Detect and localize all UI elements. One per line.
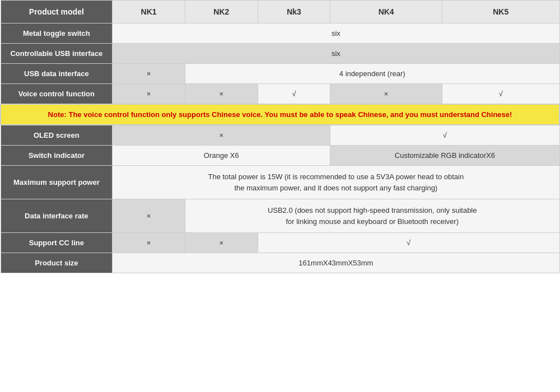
feature-label: Product size <box>1 253 113 273</box>
table-row: Data interface rate × USB2.0 (does not s… <box>1 199 559 233</box>
cell-value: USB2.0 (does not support high-speed tran… <box>185 199 559 233</box>
cell-value: six <box>113 24 559 44</box>
table-row: Voice control function × × √ × √ <box>1 84 559 105</box>
table-row: OLED screen × √ <box>1 125 559 146</box>
cell-nk1: × <box>113 84 185 105</box>
cell-nk1: × <box>113 233 185 253</box>
header-nk1: NK1 <box>113 1 185 24</box>
table-row: USB data interface × 4 independent (rear… <box>1 64 559 84</box>
table-row: Controllable USB interface six <box>1 44 559 64</box>
header-nk4: NK4 <box>330 1 442 24</box>
cell-nk4-5: Customizable RGB indicatorX6 <box>330 146 559 166</box>
cell-value: six <box>113 44 559 64</box>
cell-value: 4 independent (rear) <box>185 64 559 84</box>
feature-label: USB data interface <box>1 64 113 84</box>
cell-nk2: × <box>185 84 258 105</box>
comparison-table: Product model NK1 NK2 Nk3 NK4 NK5 Metal … <box>0 0 560 273</box>
table-row: Metal toggle switch six <box>1 24 559 44</box>
header-nk3: Nk3 <box>258 1 330 24</box>
feature-label: Support CC line <box>1 233 113 253</box>
note-text: Note: The voice control function only su… <box>1 104 559 125</box>
header-nk2: NK2 <box>185 1 258 24</box>
table-header-row: Product model NK1 NK2 Nk3 NK4 NK5 <box>1 1 559 24</box>
cell-nk1: × <box>113 64 185 84</box>
table-row: Maximum support power The total power is… <box>1 166 559 199</box>
cell-nk1: × <box>113 199 185 233</box>
cell-nk1-3: Orange X6 <box>113 146 330 166</box>
cell-nk3-5: √ <box>258 233 559 253</box>
cell-nk3: √ <box>258 84 330 105</box>
table-row: Product size 161mmX43mmX53mm <box>1 253 559 273</box>
feature-label: Metal toggle switch <box>1 24 113 44</box>
cell-nk4: × <box>330 84 442 105</box>
header-nk5: NK5 <box>442 1 559 24</box>
cell-value: 161mmX43mmX53mm <box>113 253 559 273</box>
table-row: Support CC line × × √ <box>1 233 559 253</box>
cell-nk2: × <box>185 233 258 253</box>
note-row: Note: The voice control function only su… <box>1 104 559 125</box>
cell-nk4-5: √ <box>330 125 559 146</box>
feature-label: Controllable USB interface <box>1 44 113 64</box>
cell-value: The total power is 15W (it is recommende… <box>113 166 559 199</box>
cell-nk1-3: × <box>113 125 330 146</box>
header-feature: Product model <box>1 1 113 24</box>
feature-label: Data interface rate <box>1 199 113 233</box>
table-row: Switch indicator Orange X6 Customizable … <box>1 146 559 166</box>
feature-label: Voice control function <box>1 84 113 105</box>
feature-label: OLED screen <box>1 125 113 146</box>
cell-nk5: √ <box>442 84 559 105</box>
feature-label: Switch indicator <box>1 146 113 166</box>
feature-label: Maximum support power <box>1 166 113 199</box>
